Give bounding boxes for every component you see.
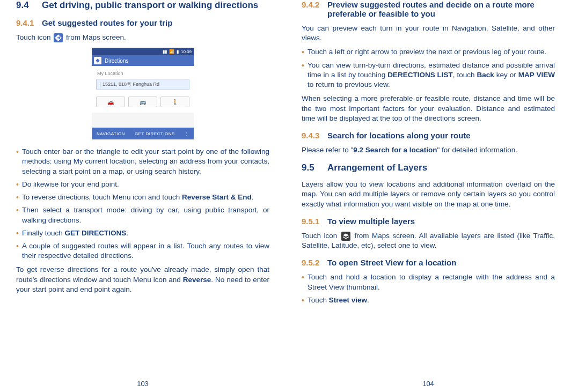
subsection-number: 9.5.1 (302, 217, 327, 226)
subsection-title: To view multiple layers (327, 217, 555, 226)
heading-9-5: 9.5 Arrangement of Layers (302, 162, 555, 173)
heading-9-4-2: 9.4.2 Preview suggested routes and decid… (302, 0, 555, 18)
list-item: Touch enter bar or the triangle to edit … (16, 147, 269, 176)
layers-paragraph: Layers allow you to view locations and a… (302, 180, 555, 209)
page-left: 9.4 Get driving, public transport or wal… (0, 0, 286, 392)
wifi-icon: 📶 (169, 49, 174, 54)
walk-mode-icon: 🚶 (160, 97, 189, 107)
layers-icon-instruction: Touch icon from Maps screen. All availab… (302, 231, 555, 250)
heading-9-4-3: 9.4.3 Search for locations along your ro… (302, 131, 555, 140)
car-mode-icon: 🚗 (96, 97, 125, 107)
page-number: 103 (137, 380, 149, 388)
instructions-list: Touch enter bar or the triangle to edit … (16, 147, 269, 261)
page-right: 9.4.2 Preview suggested routes and decid… (286, 0, 571, 392)
section-title: Arrangement of Layers (327, 162, 555, 173)
maps-directions-screenshot: ▮▮ 📶 ▮ 10:09 Directions My Location ｜152… (92, 48, 194, 139)
bottom-bar: NAVIGATION GET DIRECTIONS ⋮ (92, 128, 194, 139)
app-bar-title: Directions (105, 58, 128, 64)
status-time: 10:09 (181, 49, 192, 54)
section-title: Get driving, public transport or walking… (42, 0, 269, 11)
list-item: Then select a transport mode: driving by… (16, 205, 269, 225)
list-item: Do likewise for your end point. (16, 180, 269, 189)
section-number: 9.4 (16, 0, 42, 11)
preview-list: Touch a left or right arrow to preview t… (302, 47, 555, 90)
directions-icon (94, 57, 101, 64)
section-number: 9.5 (302, 162, 327, 173)
heading-9-4-1: 9.4.1 Get suggested routes for your trip (16, 18, 269, 27)
list-item: Finally touch GET DIRECTIONS. (16, 228, 269, 238)
heading-9-5-2: 9.5.2 To open Street View for a location (302, 258, 555, 267)
reverse-note: To get reverse directions for a route yo… (16, 265, 269, 294)
start-point-field: My Location (96, 69, 189, 78)
transport-modes: 🚗 🚌 🚶 (92, 93, 194, 113)
subsection-number: 9.4.1 (16, 18, 42, 27)
subsection-title: Search for locations along your route (327, 131, 555, 140)
heading-9-5-1: 9.5.1 To view multiple layers (302, 217, 555, 226)
heading-9-4: 9.4 Get driving, public transport or wal… (16, 0, 269, 11)
status-bar: ▮▮ 📶 ▮ 10:09 (92, 48, 194, 55)
list-item: To reverse directions, touch Menu icon a… (16, 193, 269, 202)
bus-mode-icon: 🚌 (128, 97, 157, 107)
subsection-title: To open Street View for a location (327, 258, 555, 267)
subsection-number: 9.4.3 (302, 131, 327, 140)
get-directions-button-label: GET DIRECTIONS (135, 131, 175, 136)
list-item: Touch and hold a location to display a r… (302, 272, 555, 292)
search-ref-paragraph: Please refer to "9.2 Search for a locati… (302, 145, 555, 155)
map-area (92, 113, 194, 128)
list-item: You can view turn-by-turn directions, es… (302, 61, 555, 90)
route-inputs: My Location ｜15211, 818号 Fenghua Rd (92, 66, 194, 93)
subsection-number: 9.5.2 (302, 258, 327, 267)
select-paragraph: When selecting a more preferable or feas… (302, 94, 555, 123)
list-item: Touch a left or right arrow to preview t… (302, 47, 555, 57)
page-number: 104 (422, 380, 434, 388)
directions-arrow-icon (54, 33, 63, 42)
end-point-field: ｜15211, 818号 Fenghua Rd (96, 79, 189, 90)
battery-icon: ▮ (177, 49, 179, 54)
app-bar: Directions (92, 55, 194, 66)
overflow-icon: ⋮ (185, 131, 189, 136)
layers-icon (341, 232, 350, 241)
subsection-number: 9.4.2 (302, 0, 327, 9)
preview-paragraph: You can preview each turn in your route … (302, 24, 555, 43)
signal-icon: ▮▮ (163, 49, 167, 54)
subsection-title: Get suggested routes for your trip (42, 18, 269, 27)
subsection-title: Preview suggested routes and decide on a… (327, 0, 555, 18)
touch-icon-instruction: Touch icon from Maps screen. (16, 33, 269, 42)
list-item: A couple of suggested routes will appear… (16, 241, 269, 261)
list-item: Touch Street view. (302, 295, 555, 305)
street-view-list: Touch and hold a location to display a r… (302, 272, 555, 305)
navigation-button-label: NAVIGATION (97, 131, 125, 136)
